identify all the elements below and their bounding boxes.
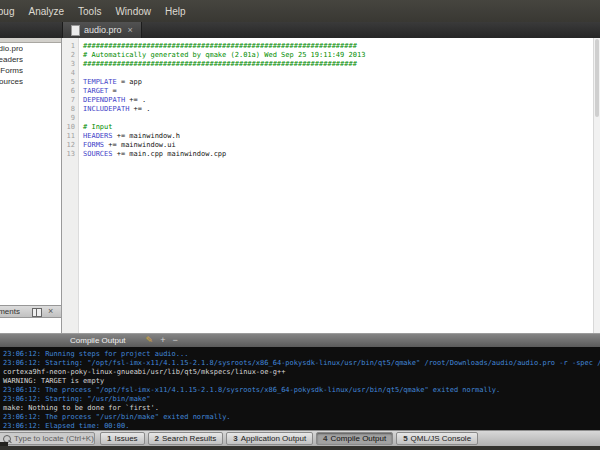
code-token: FORMS: [83, 141, 104, 149]
line-number: 11: [62, 132, 78, 141]
menu-item-analyze[interactable]: Analyze: [21, 6, 71, 17]
code-token: = app: [117, 78, 142, 86]
menu-item-tools[interactable]: Tools: [71, 6, 108, 17]
line-number: 12: [62, 141, 78, 150]
line-number: 6: [62, 87, 78, 96]
locator-placeholder: Type to locate (Ctrl+K): [14, 434, 94, 443]
console-line: 23:06:12: Running steps for project audi…: [3, 350, 600, 359]
bottom-strip: [0, 446, 600, 450]
panel-number: 4: [323, 434, 327, 443]
console[interactable]: 23:06:12: Running steps for project audi…: [0, 347, 600, 430]
tree-item-headers[interactable]: Headers: [0, 54, 23, 65]
code-line[interactable]: INCLUDEPATH += .: [79, 105, 592, 114]
console-line: 23:06:12: Starting: "/usr/bin/make": [3, 395, 600, 404]
line-number: 9: [62, 114, 78, 123]
tab-label: audio.pro: [84, 25, 122, 35]
locator-input[interactable]: Type to locate (Ctrl+K): [0, 432, 95, 445]
panel-button-application-output[interactable]: 3Application Output: [226, 432, 313, 445]
panel-button-issues[interactable]: 1Issues: [100, 432, 145, 445]
code-token: += mainwindow.ui: [104, 141, 176, 149]
close-icon[interactable]: ×: [48, 306, 53, 317]
panel-number: 1: [107, 434, 111, 443]
zoom-in-icon[interactable]: +: [160, 336, 165, 345]
zoom-out-icon[interactable]: −: [172, 336, 177, 345]
code-line[interactable]: SOURCES += main.cpp mainwindow.cpp: [79, 150, 592, 159]
code-token: =: [108, 87, 116, 95]
panel-button-qml-js-console[interactable]: 5QML/JS Console: [396, 432, 478, 445]
panel-number: 5: [403, 434, 407, 443]
code-line[interactable]: [79, 114, 592, 123]
statusbar: Type to locate (Ctrl+K) 1Issues2Search R…: [0, 430, 600, 446]
code-token: HEADERS: [83, 132, 113, 140]
code-token: += .: [125, 96, 146, 104]
code-token: += .: [129, 105, 150, 113]
line-number: 8: [62, 105, 78, 114]
tree-item-sources[interactable]: Sources: [0, 76, 23, 87]
menu-item-window[interactable]: Window: [108, 6, 158, 17]
code-token: ########################################…: [83, 60, 357, 68]
line-number: 13: [62, 150, 78, 159]
console-line: make: Nothing to be done for `first'.: [3, 404, 600, 413]
console-line: 23:06:12: The process "/usr/bin/make" ex…: [3, 413, 600, 422]
code-token: # Automatically generated by qmake (2.01…: [83, 51, 365, 59]
tab-audio-pro[interactable]: audio.pro ×: [62, 22, 142, 38]
line-number: 4: [62, 69, 78, 78]
tree-item-label: audio.pro: [0, 44, 23, 53]
code-line[interactable]: TARGET =: [79, 87, 592, 96]
code-token: INCLUDEPATH: [83, 105, 129, 113]
panel-number: 2: [155, 434, 159, 443]
panel-label: Application Output: [241, 434, 306, 443]
panel-button-search-results[interactable]: 2Search Results: [148, 432, 224, 445]
scrollbar-thumb[interactable]: [595, 39, 599, 117]
tree-item-audio-pro[interactable]: audio.pro: [0, 43, 23, 54]
console-line: 23:06:12: Elapsed time: 00:00.: [3, 422, 600, 430]
code-token: DEPENDPATH: [83, 96, 125, 104]
console-line: WARNING: TARGET is empty: [3, 377, 600, 386]
line-number: 7: [62, 96, 78, 105]
code-line[interactable]: DEPENDPATH += .: [79, 96, 592, 105]
code-token: ########################################…: [83, 42, 357, 50]
code-editor[interactable]: 12345678910111213 ######################…: [62, 38, 600, 333]
code-line[interactable]: TEMPLATE = app: [79, 78, 592, 87]
console-line: 23:06:12: The process "/opt/fsl-imx-x11/…: [3, 386, 600, 395]
editor-code[interactable]: ########################################…: [79, 42, 592, 159]
editor-scrollbar[interactable]: [593, 38, 600, 333]
code-token: SOURCES: [83, 150, 113, 158]
panel-label: Compile Output: [331, 434, 387, 443]
tree-item-label: Forms: [0, 66, 23, 75]
open-documents-header: Open Documents ×: [0, 305, 61, 318]
project-tree: audio.proHeadersFormsSources: [0, 43, 23, 87]
code-token: += main.cpp mainwindow.cpp: [113, 150, 227, 158]
editor-tabbar: audio.pro ×: [0, 22, 600, 38]
tree-item-forms[interactable]: Forms: [0, 65, 23, 76]
code-line[interactable]: # Automatically generated by qmake (2.01…: [79, 51, 592, 60]
code-token: += mainwindow.h: [113, 132, 180, 140]
qt-creator-window: Debug Analyze Tools Window Help audio.pr…: [0, 0, 600, 450]
code-line[interactable]: [79, 69, 592, 78]
panel-number: 3: [233, 434, 237, 443]
line-number: 3: [62, 60, 78, 69]
panel-button-compile-output[interactable]: 4Compile Output: [316, 432, 393, 445]
code-line[interactable]: ########################################…: [79, 60, 592, 69]
close-icon[interactable]: ×: [128, 25, 133, 35]
open-documents-title: Open Documents: [0, 307, 20, 318]
menu-item-debug[interactable]: Debug: [0, 6, 21, 17]
line-number: 10: [62, 123, 78, 132]
menu-item-help[interactable]: Help: [158, 6, 193, 17]
tree-item-label: Sources: [0, 77, 23, 86]
file-icon: [71, 25, 80, 36]
code-token: TARGET: [83, 87, 108, 95]
menubar: Debug Analyze Tools Window Help: [0, 0, 600, 22]
code-line[interactable]: ########################################…: [79, 42, 592, 51]
split-icon[interactable]: [32, 308, 42, 317]
line-number: 2: [62, 51, 78, 60]
output-toolbar: ✎ + −: [146, 336, 178, 345]
code-line[interactable]: HEADERS += mainwindow.h: [79, 132, 592, 141]
code-token: TEMPLATE: [83, 78, 117, 86]
editor-gutter: 12345678910111213: [62, 38, 79, 333]
project-sidebar: audio.proHeadersFormsSources Open Docume…: [0, 38, 62, 333]
clear-icon[interactable]: ✎: [146, 336, 154, 345]
line-number: 1: [62, 42, 78, 51]
code-line[interactable]: # Input: [79, 123, 592, 132]
code-line[interactable]: FORMS += mainwindow.ui: [79, 141, 592, 150]
